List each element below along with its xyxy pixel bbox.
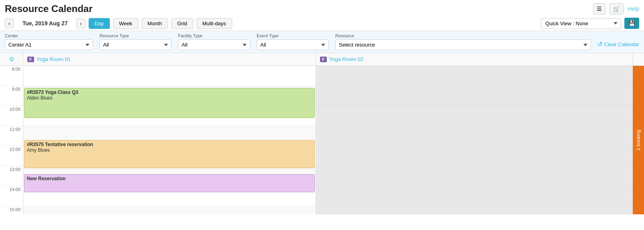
right-grid-slot-14[interactable] [316, 186, 644, 206]
resource-filter-group: Resource Select resource [335, 33, 591, 50]
current-date-label: Tue, 2019 Aug 27 [17, 20, 73, 26]
clear-calendar-button[interactable]: ↺ Clear Calendar [597, 41, 639, 50]
gear-icon[interactable]: ⚙ [9, 55, 14, 63]
page-title: Resource Calendar [5, 3, 93, 14]
resource-select[interactable]: Select resource [335, 39, 591, 50]
center-filter-group: Center Center A1 [5, 33, 93, 50]
filters-row: Center Center A1 Resource Type All Facil… [0, 31, 644, 53]
booking-count-label: 1 booking [636, 130, 641, 151]
time-slot-9: 9:00 [0, 86, 23, 106]
time-slot-10: 10:00 [0, 106, 23, 126]
center-select[interactable]: Center A1 [5, 39, 93, 50]
right-grid-slot-11[interactable] [316, 126, 644, 146]
time-slot-8: 8:00 [0, 66, 23, 86]
event-new-title: New Reservation [27, 176, 312, 181]
event-yoga-title: #R3573 Yoga Class Q3 [27, 90, 312, 95]
resource-badge-2: F [320, 57, 327, 62]
right-grid-slot-15[interactable] [316, 206, 644, 214]
event-new-reservation[interactable]: New Reservation [24, 174, 315, 192]
time-slot-15: 15:00 [0, 206, 23, 214]
save-button[interactable]: 💾 [624, 18, 639, 29]
resource-badge-1: F [27, 57, 34, 62]
resource-grid-2[interactable] [316, 66, 644, 214]
event-yoga-class[interactable]: #R3573 Yoga Class Q3 Alden Blues [24, 88, 315, 118]
center-label: Center [5, 33, 93, 38]
booking-sidebar[interactable]: 1 booking [633, 66, 644, 214]
right-grid-slot-13[interactable] [316, 166, 644, 186]
view-week-button[interactable]: Week [113, 18, 138, 29]
resource-name-1[interactable]: Yoga Room 01 [36, 56, 71, 62]
next-date-button[interactable]: › [76, 18, 85, 28]
calendar-content: 8:00 9:00 10:00 11:00 12:00 13:00 14:00 … [0, 66, 644, 214]
right-grid-slot-8[interactable] [316, 66, 644, 86]
time-slot-12: 12:00 [0, 146, 23, 166]
nav-bar: ‹ Tue, 2019 Aug 27 › Day Week Month Grid… [0, 16, 644, 31]
view-grid-button[interactable]: Grid [171, 18, 193, 29]
facility-type-filter-group: Facility Type All [178, 33, 250, 50]
time-slot-14: 14:00 [0, 186, 23, 206]
resource-type-label: Resource Type [99, 33, 172, 38]
time-slot-13: 13:00 [0, 166, 23, 186]
resource-type-select[interactable]: All [99, 39, 172, 50]
help-link[interactable]: Help [628, 6, 639, 12]
time-slot-11: 11:00 [0, 126, 23, 146]
right-grid-slot-9[interactable] [316, 86, 644, 106]
event-type-select[interactable]: All [257, 39, 329, 50]
resource-type-filter-group: Resource Type All [99, 33, 172, 50]
facility-type-select[interactable]: All [178, 39, 250, 50]
event-tentative-title: #R3575 Tentative reservation [27, 142, 312, 147]
event-tentative-subtitle: Amy Blues [27, 147, 312, 153]
resource-col-header-2: F Yoga Room 02 [316, 53, 633, 65]
cart-icon-button[interactable]: 🛒 [610, 3, 624, 14]
prev-date-button[interactable]: ‹ [5, 18, 14, 28]
quick-view-select[interactable]: Quick View : None [541, 18, 621, 29]
resource-name-2[interactable]: Yoga Room 02 [329, 56, 364, 62]
right-grid-slot-12[interactable] [316, 146, 644, 166]
menu-icon-button[interactable]: ☰ [593, 3, 606, 14]
event-type-filter-group: Event Type All [257, 33, 329, 50]
grid-slot-8[interactable] [23, 66, 316, 86]
clear-calendar-label: Clear Calendar [604, 41, 639, 47]
top-header: Resource Calendar ☰ 🛒 Help [0, 0, 644, 16]
calendar-header: ⚙ F Yoga Room 01 F Yoga Room 02 [0, 53, 644, 66]
refresh-icon: ↺ [597, 41, 603, 48]
event-tentative[interactable]: #R3575 Tentative reservation Amy Blues [24, 140, 315, 168]
view-month-button[interactable]: Month [142, 18, 168, 29]
header-right: ☰ 🛒 Help [593, 3, 639, 14]
event-type-label: Event Type [257, 33, 329, 38]
grid-slot-15[interactable] [23, 206, 316, 214]
right-grid-slot-10[interactable] [316, 106, 644, 126]
resource-grid-1[interactable]: #R3573 Yoga Class Q3 Alden Blues #R3575 … [23, 66, 316, 214]
resource-col-header-1: F Yoga Room 01 [23, 53, 316, 65]
view-multidays-button[interactable]: Multi-days [196, 18, 232, 29]
facility-type-label: Facility Type [178, 33, 250, 38]
event-yoga-subtitle: Alden Blues [27, 95, 312, 101]
time-gutter-header: ⚙ [0, 53, 23, 65]
resource-label: Resource [335, 33, 591, 38]
view-day-button[interactable]: Day [89, 18, 110, 29]
time-gutter: 8:00 9:00 10:00 11:00 12:00 13:00 14:00 … [0, 66, 23, 214]
